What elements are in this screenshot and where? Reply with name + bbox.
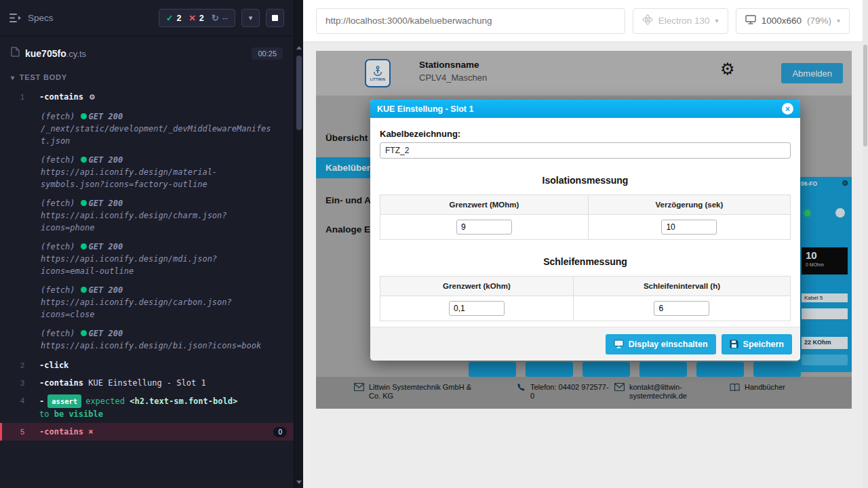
request-url: https://api.iconify.design/material-symb… <box>41 167 217 189</box>
assert-row[interactable]: 4 -assertexpected <h2.text-sm.font-bold>… <box>0 392 294 423</box>
request-url: https://api.iconify.design/charm.json?ic… <box>41 211 227 232</box>
failed-count: ✕2 <box>189 13 203 23</box>
url-toolbar: Electron 130 ▾ 1000x660 (79%) ▾ <box>303 0 863 42</box>
check-icon: ✓ <box>166 13 173 23</box>
aut-viewport: LITTWIN Stationsname CPLV4_Maschen ⚙ Abm… <box>303 42 863 488</box>
viewport-size: 1000x660 <box>762 16 802 26</box>
success-dot-icon <box>81 243 87 249</box>
stop-button[interactable] <box>266 9 284 27</box>
cypress-reporter: Specs ✓2 ✕2 ↻-- ▾ kue705fo.cy.ts 00:25 ▾… <box>0 0 294 488</box>
display-on-button[interactable]: Display einschalten <box>606 334 716 354</box>
stop-icon <box>272 15 278 21</box>
command-number: 5 <box>2 426 31 438</box>
viewport-select[interactable]: 1000x660 (79%) ▾ <box>736 8 850 34</box>
command-row[interactable]: 2 -click <box>0 357 294 374</box>
column-header: Schleifenintervall (h) <box>573 277 790 296</box>
scrollbar-thumb[interactable] <box>296 56 302 130</box>
command-number: 1 <box>0 91 31 103</box>
iso-grenzwert-input[interactable] <box>456 220 512 235</box>
command-method: -contains <box>39 378 83 388</box>
success-dot-icon <box>81 330 87 336</box>
page-scrollbar[interactable] <box>863 0 868 488</box>
command-number: 2 <box>0 359 31 371</box>
chevron-down-icon: ▾ <box>837 17 840 24</box>
command-method: -contains <box>39 427 83 436</box>
spec-name: kue705fo <box>25 48 66 59</box>
command-row[interactable]: 3 -contains KUE Einstellung - Slot 1 <box>0 374 294 392</box>
success-dot-icon <box>81 287 87 293</box>
assert-badge: assert <box>47 394 81 408</box>
display-icon <box>614 340 624 348</box>
success-dot-icon <box>81 200 87 206</box>
chevron-down-icon: ▾ <box>715 17 719 24</box>
success-dot-icon <box>81 157 87 163</box>
reporter-header: Specs ✓2 ✕2 ↻-- ▾ <box>0 0 294 37</box>
gear-icon: ⚙ <box>90 92 95 102</box>
network-log-entry[interactable]: (fetch)GET 200 /_next/static/development… <box>0 108 294 149</box>
modal-header: KUE Einstellung - Slot 1 × <box>370 100 800 118</box>
network-log-entry[interactable]: (fetch)GET 200 https://api.iconify.desig… <box>0 282 294 323</box>
spec-file-icon <box>11 47 20 60</box>
command-method: -click <box>39 361 68 370</box>
command-row[interactable]: 1 -contains⚙ <box>0 88 294 106</box>
request-url: https://api.iconify.design/bi.json?icons… <box>41 341 261 350</box>
address-bar[interactable] <box>316 8 625 34</box>
viewport-icon <box>745 15 756 26</box>
column-header: Grenzwert (MOhm) <box>380 195 589 215</box>
reporter-scrollbar[interactable] <box>294 0 303 488</box>
specs-label[interactable]: Specs <box>28 13 54 23</box>
network-log-entry[interactable]: (fetch)GET 200 https://api.iconify.desig… <box>0 239 294 279</box>
column-header: Grenzwert (kOhm) <box>380 277 574 296</box>
test-stats: ✓2 ✕2 ↻-- <box>159 9 235 27</box>
collapse-runner-button[interactable]: ▾ <box>241 9 260 27</box>
section-label: TEST BODY <box>20 73 67 81</box>
command-method: -contains <box>39 92 83 102</box>
pending-count: ↻-- <box>212 13 228 23</box>
command-number: 3 <box>0 377 31 389</box>
network-log-entry[interactable]: (fetch)GET 200 https://api.iconify.desig… <box>0 195 294 236</box>
element-count-badge: 0 <box>273 427 287 437</box>
loop-table: Grenzwert (kOhm) Schleifenintervall (h) <box>380 276 791 321</box>
success-dot-icon <box>81 113 87 119</box>
modal-body: Kabelbezeichnung: Isolationsmessung Gren… <box>370 118 800 327</box>
viewport-zoom: (79%) <box>807 16 831 26</box>
refresh-icon: ↻ <box>212 13 219 23</box>
command-message: KUE Einstellung - Slot 1 <box>88 378 205 388</box>
kabelbezeichnung-input[interactable] <box>380 142 791 159</box>
isolation-section-title: Isolationsmessung <box>380 175 791 186</box>
save-button[interactable]: Speichern <box>722 334 792 354</box>
scrollbar-thumb[interactable] <box>863 45 867 146</box>
request-url: https://api.iconify.design/mdi.json?icon… <box>41 254 217 276</box>
iso-verzoegerung-input[interactable] <box>661 220 717 235</box>
passed-count: ✓2 <box>166 13 181 23</box>
electron-icon <box>642 14 653 27</box>
isolation-table: Grenzwert (MOhm) Verzögerung (sek) <box>380 195 791 240</box>
app-snapshot: LITTWIN Stationsname CPLV4_Maschen ⚙ Abm… <box>316 51 852 409</box>
cross-icon: ✕ <box>189 13 195 23</box>
runner-main: Electron 130 ▾ 1000x660 (79%) ▾ LITTWIN … <box>303 0 863 488</box>
request-url: /_next/static/development/_devMiddleware… <box>41 124 271 146</box>
spec-extension: .cy.ts <box>66 49 86 59</box>
kabel-label: Kabelbezeichnung: <box>380 129 791 139</box>
failed-command-row[interactable]: 5 -contains × 0 <box>0 423 294 441</box>
loop-grenzwert-input[interactable] <box>449 301 505 316</box>
network-log-entry[interactable]: (fetch)GET 200 https://api.iconify.desig… <box>0 152 294 192</box>
spec-header[interactable]: kue705fo.cy.ts 00:25 <box>0 37 294 66</box>
column-header: Verzögerung (sek) <box>588 195 790 215</box>
close-icon[interactable]: × <box>782 103 793 115</box>
specs-menu-icon[interactable] <box>9 14 21 22</box>
kue-settings-modal: KUE Einstellung - Slot 1 × Kabelbezeichn… <box>370 100 800 361</box>
browser-select[interactable]: Electron 130 ▾ <box>633 8 728 34</box>
command-log: 1 -contains⚙ (fetch)GET 200 /_next/stati… <box>0 87 294 441</box>
chevron-down-icon: ▾ <box>249 14 253 22</box>
request-url: https://api.iconify.design/carbon.json?i… <box>41 298 232 319</box>
network-log-entry[interactable]: (fetch)GET 200 https://api.iconify.desig… <box>0 325 294 354</box>
test-body-section[interactable]: ▾ TEST BODY <box>0 66 294 87</box>
loop-intervall-input[interactable] <box>654 301 709 316</box>
command-message: × <box>88 427 93 436</box>
scroll-down-icon[interactable] <box>296 481 302 484</box>
spec-duration-badge: 00:25 <box>252 47 283 60</box>
browser-label: Electron 130 <box>658 16 710 26</box>
scroll-up-icon[interactable] <box>296 46 302 49</box>
modal-footer: Display einschalten Speichern <box>370 327 800 361</box>
